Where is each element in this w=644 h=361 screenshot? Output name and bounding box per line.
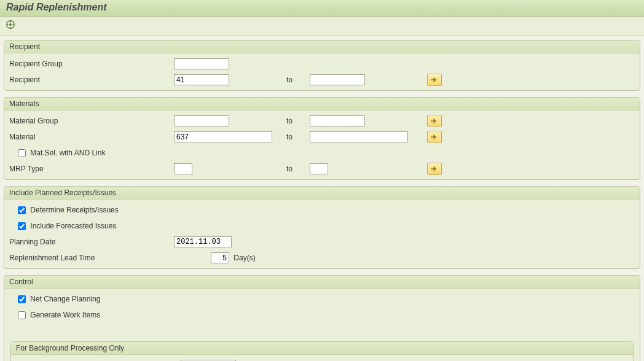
label-forecast: Include Forecasted Issues — [30, 222, 116, 230]
input-recipient-group-from[interactable] — [174, 58, 229, 69]
group-recipient: Recipient Recipient Group Recipient to — [4, 40, 640, 91]
label-to: to — [286, 165, 293, 173]
checkbox-forecast[interactable] — [18, 222, 26, 230]
label-recipient-group: Recipient Group — [9, 60, 63, 68]
group-control: Control Net Change Planning Generate Wor… — [4, 275, 640, 361]
label-determine: Determine Receipts/Issues — [30, 206, 118, 214]
group-planned: Include Planned Receipts/Issues Determin… — [4, 186, 640, 269]
input-mrp-type-from[interactable] — [174, 163, 192, 174]
group-header-recipient: Recipient — [4, 41, 640, 53]
input-material-to[interactable] — [310, 131, 408, 142]
label-and-link: Mat.Sel. with AND Link — [30, 149, 105, 157]
label-planning-date: Planning Date — [9, 238, 55, 246]
checkbox-and-link[interactable] — [18, 149, 26, 157]
input-recipient-from[interactable] — [174, 74, 229, 85]
title-bar: Rapid Replenishment — [0, 0, 644, 17]
group-header-materials: Materials — [4, 98, 640, 111]
input-planning-date[interactable] — [174, 236, 232, 247]
input-rlt[interactable] — [211, 252, 229, 263]
input-material-group-to[interactable] — [310, 115, 365, 126]
label-to: to — [286, 133, 293, 141]
label-to: to — [286, 117, 293, 125]
label-to: to — [286, 76, 293, 84]
execute-button[interactable] — [5, 19, 18, 31]
checkbox-determine[interactable] — [18, 206, 26, 214]
label-rlt: Replenishment Lead Time — [9, 254, 95, 262]
svg-point-1 — [9, 23, 12, 26]
group-materials: Materials Material Group to — [4, 97, 640, 180]
multi-select-mrp-type[interactable] — [427, 163, 442, 175]
multi-select-recipient[interactable] — [427, 74, 442, 86]
page-title: Rapid Replenishment — [6, 2, 638, 13]
label-rlt-unit: Day(s) — [234, 254, 255, 262]
toolbar — [0, 17, 644, 36]
input-mrp-type-to[interactable] — [310, 163, 328, 174]
group-header-control: Control — [4, 276, 640, 289]
label-work-items: Generate Work Items — [30, 311, 100, 319]
label-mrp-type: MRP Type — [9, 165, 44, 173]
label-material: Material — [9, 133, 36, 141]
multi-select-material-group[interactable] — [427, 115, 442, 127]
group-header-background: For Background Processing Only — [11, 342, 633, 355]
checkbox-work-items[interactable] — [18, 311, 26, 319]
input-material-group-from[interactable] — [174, 115, 229, 126]
input-material-from[interactable] — [174, 131, 272, 142]
group-header-planned: Include Planned Receipts/Issues — [4, 187, 640, 200]
input-recipient-to[interactable] — [310, 74, 365, 85]
label-material-group: Material Group — [9, 117, 58, 125]
label-net-change: Net Change Planning — [30, 295, 100, 303]
label-recipient: Recipient — [9, 76, 40, 84]
group-background-processing: For Background Processing Only Packet Si… — [10, 341, 634, 361]
checkbox-net-change[interactable] — [18, 295, 26, 303]
multi-select-material[interactable] — [427, 131, 442, 143]
